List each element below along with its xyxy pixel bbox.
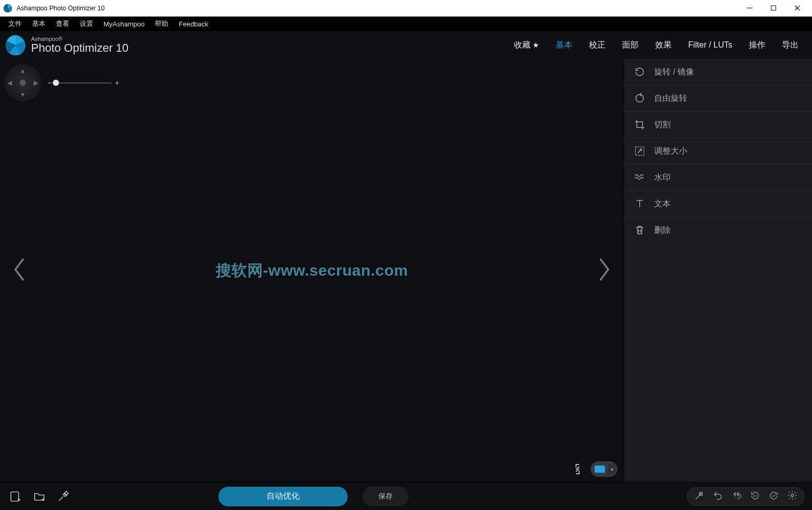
add-image-button[interactable] <box>7 488 24 505</box>
tab-basic[interactable]: 基本 <box>555 38 573 53</box>
svg-point-3 <box>636 95 644 102</box>
star-icon: ★ <box>533 41 539 49</box>
next-image-button[interactable] <box>592 253 617 288</box>
tab-export[interactable]: 导出 <box>781 38 800 53</box>
undo-all-button[interactable] <box>730 489 743 504</box>
svg-rect-1 <box>771 6 776 10</box>
rotate-right-90-button[interactable]: 90° <box>767 489 780 504</box>
add-folder-button[interactable] <box>31 488 48 505</box>
tab-face[interactable]: 面部 <box>621 38 640 53</box>
prev-image-button[interactable] <box>6 253 32 288</box>
svg-rect-5 <box>11 492 19 501</box>
view-mode-dropdown[interactable]: ▾ <box>590 461 617 477</box>
settings-button[interactable] <box>786 489 799 504</box>
app-header: Ashampoo® Photo Optimizer 10 收藏 ★ 基本 校正 … <box>0 31 812 59</box>
text-icon <box>633 198 646 210</box>
pan-up-icon[interactable]: ▲ <box>20 67 26 74</box>
window-title: Ashampoo Photo Optimizer 10 <box>17 5 737 12</box>
tab-correct[interactable]: 校正 <box>588 38 607 53</box>
pan-left-icon[interactable]: ◀ <box>7 79 12 86</box>
menu-settings[interactable]: 设置 <box>75 17 98 31</box>
magic-wand-button[interactable] <box>692 489 706 504</box>
window-minimize-button[interactable] <box>737 0 761 17</box>
tab-filter-luts[interactable]: Filter / LUTs <box>687 38 733 53</box>
tool-label: 自由旋转 <box>654 93 687 104</box>
tab-actions[interactable]: 操作 <box>748 38 766 53</box>
tool-label: 切割 <box>654 119 671 130</box>
undo-button[interactable] <box>711 489 725 504</box>
menu-help[interactable]: 帮助 <box>150 17 173 31</box>
tool-watermark[interactable]: 水印 <box>624 164 812 190</box>
pan-center[interactable] <box>20 80 26 86</box>
save-button[interactable]: 保存 <box>362 487 409 506</box>
tab-favorites[interactable]: 收藏 ★ <box>513 38 540 53</box>
tool-label: 调整大小 <box>654 146 687 157</box>
main-tabs: 收藏 ★ 基本 校正 面部 效果 Filter / LUTs 操作 导出 <box>513 38 807 53</box>
pan-right-icon[interactable]: ▶ <box>34 79 38 86</box>
menubar: 文件 基本 查看 设置 MyAshampoo 帮助 Feedback <box>0 17 812 31</box>
canvas-watermark: 搜软网-www.secruan.com <box>216 260 408 281</box>
menu-myashampoo[interactable]: MyAshampoo <box>98 18 150 30</box>
free-rotate-icon <box>633 92 646 104</box>
single-view-icon <box>595 466 605 473</box>
side-panel: 旋转 / 镜像 自由旋转 切割 调整大小 <box>624 59 812 482</box>
tool-resize[interactable]: 调整大小 <box>624 138 812 164</box>
pan-down-icon[interactable]: ▼ <box>20 91 26 98</box>
eyedropper-button[interactable] <box>55 488 71 505</box>
menu-file[interactable]: 文件 <box>3 17 27 31</box>
zoom-thumb[interactable] <box>53 80 59 86</box>
auto-optimize-label: 自动优化 <box>267 491 300 502</box>
tool-text[interactable]: 文本 <box>624 190 812 217</box>
menu-basic[interactable]: 基本 <box>27 17 51 31</box>
auto-optimize-button[interactable]: 自动优化 <box>218 487 348 506</box>
tool-free-rotate[interactable]: 自由旋转 <box>624 85 812 111</box>
rotate-left-90-button[interactable]: 90° <box>748 489 762 504</box>
svg-point-8 <box>791 494 794 497</box>
logo-icon <box>5 35 26 55</box>
trash-icon <box>633 224 646 236</box>
zoom-track[interactable] <box>55 82 112 84</box>
logo: Ashampoo® Photo Optimizer 10 <box>5 35 128 55</box>
canvas-area: ▲ ▼ ◀ ▶ − + 搜软网-www.secruan.com <box>0 59 624 482</box>
zoom-out-button[interactable]: − <box>48 79 52 87</box>
tool-label: 水印 <box>654 172 671 183</box>
crop-icon <box>633 118 646 131</box>
pan-dial[interactable]: ▲ ▼ ◀ ▶ <box>4 64 41 101</box>
rotate-mirror-icon <box>633 66 646 78</box>
zoom-in-button[interactable]: + <box>115 79 119 87</box>
tab-favorites-label: 收藏 <box>514 40 530 51</box>
tool-label: 文本 <box>654 199 671 209</box>
save-label: 保存 <box>378 492 393 501</box>
tool-delete[interactable]: 删除 <box>624 217 812 243</box>
bottombar: 自动优化 保存 90° 90° <box>0 482 812 510</box>
logo-product: Photo Optimizer 10 <box>31 42 128 54</box>
menu-view[interactable]: 查看 <box>51 17 75 31</box>
app-icon <box>3 4 12 13</box>
history-controls: 90° 90° <box>687 487 805 506</box>
chevron-down-icon: ▾ <box>608 463 615 475</box>
watermark-icon <box>633 171 646 184</box>
tool-label: 删除 <box>654 225 671 236</box>
window-titlebar: Ashampoo Photo Optimizer 10 <box>0 0 812 17</box>
svg-text:90°: 90° <box>772 494 776 498</box>
zoom-slider[interactable]: − + <box>48 79 119 87</box>
window-maximize-button[interactable] <box>761 0 785 17</box>
tab-effects[interactable]: 效果 <box>654 38 673 53</box>
tool-crop[interactable]: 切割 <box>624 111 812 138</box>
tool-rotate-mirror[interactable]: 旋转 / 镜像 <box>624 59 812 85</box>
resize-icon <box>633 145 646 157</box>
tool-label: 旋转 / 镜像 <box>654 67 694 78</box>
fit-to-screen-button[interactable] <box>571 462 584 476</box>
window-close-button[interactable] <box>785 0 809 17</box>
svg-text:90°: 90° <box>754 494 758 498</box>
menu-feedback[interactable]: Feedback <box>173 18 213 30</box>
